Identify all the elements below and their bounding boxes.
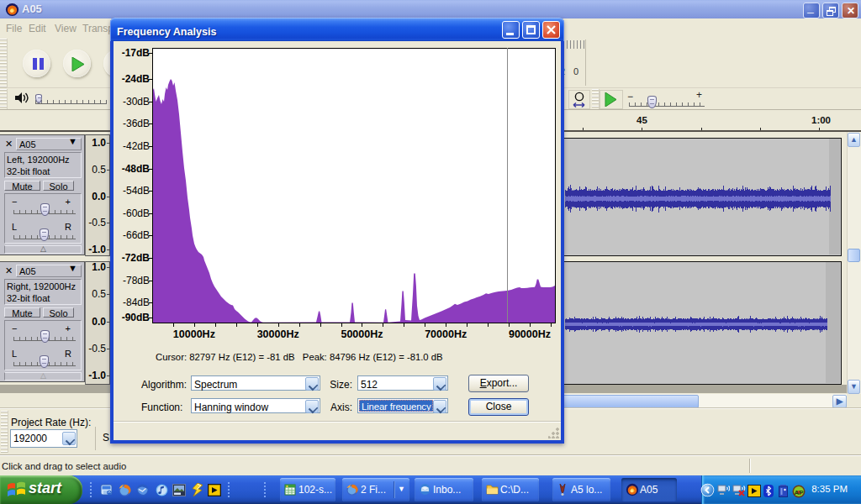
svg-text:AP: AP xyxy=(795,489,805,496)
